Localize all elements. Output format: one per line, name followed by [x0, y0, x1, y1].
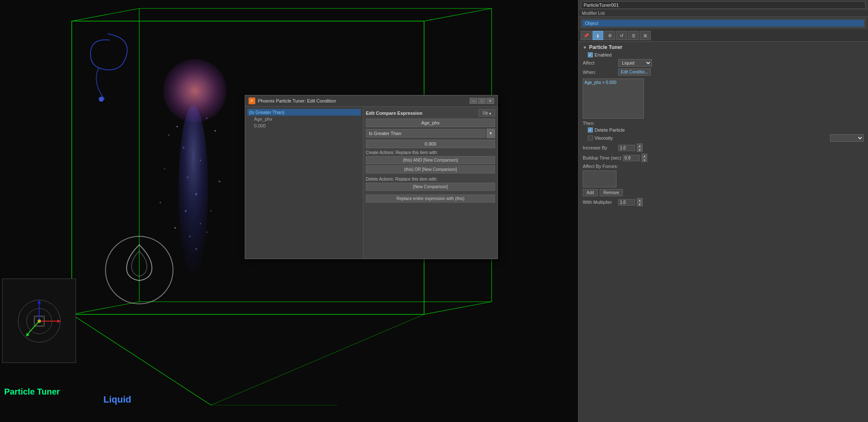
svg-line-2 — [424, 8, 492, 21]
expression-preview[interactable]: Age_phx > 0.000 — [583, 78, 644, 119]
affect-forces-label: Affect By Forces: — [583, 164, 618, 169]
buildup-up[interactable]: ▲ — [641, 154, 647, 158]
replace-btn[interactable]: Replace entire expression with (this) — [366, 195, 495, 203]
display-btn[interactable]: ☰ — [628, 31, 639, 40]
with-multiplier-input[interactable] — [618, 199, 635, 206]
editor-dropdown-row: Is Greater Than ▼ — [366, 129, 495, 138]
modifier-list-label: Modifier List — [579, 10, 868, 17]
when-row: When: Edit Conditio... — [583, 68, 864, 76]
object-item[interactable]: Object — [582, 20, 864, 27]
dialog-titlebar: P Phoenix Particle Tuner: Edit Condition… — [245, 95, 498, 107]
particle-tuner-header: ▼ Particle Tuner — [583, 44, 864, 50]
condition-tree: {Is Greater Than} Age_phx 0.000 — [245, 107, 363, 259]
dialog-minimize-btn[interactable]: — — [470, 98, 477, 104]
affect-label: Affect — [583, 60, 617, 65]
enabled-checkbox[interactable]: ✓ — [588, 52, 593, 57]
enabled-row: ✓ Enabled — [583, 52, 864, 57]
svg-point-27 — [168, 135, 170, 136]
viewport-label-particle-tuner: Particle Tuner — [4, 387, 60, 397]
affect-forces-row: Affect By Forces: — [583, 164, 864, 169]
dialog-restore-btn[interactable]: □ — [478, 98, 486, 104]
affect-row: Affect Liquid — [583, 59, 864, 67]
tree-item-1[interactable]: Age_phx — [247, 116, 361, 122]
comparison-dropdown[interactable]: Is Greater Than — [366, 129, 485, 138]
svg-point-18 — [206, 118, 208, 119]
dialog-controls: — □ ✕ — [470, 98, 494, 104]
comparison-only-btn[interactable]: [New Comparison] — [366, 183, 495, 191]
svg-point-24 — [200, 223, 201, 225]
svg-point-20 — [200, 160, 201, 161]
object-name-field[interactable] — [581, 1, 865, 9]
editor-field1[interactable]: Age_phx — [366, 119, 495, 127]
svg-point-13 — [105, 236, 173, 304]
svg-point-28 — [214, 130, 216, 132]
increase-by-down[interactable]: ▼ — [637, 148, 643, 152]
delete-actions-label: Delete Actions: Replace this item with: — [366, 177, 495, 181]
when-label: When: — [583, 70, 617, 75]
or-btn[interactable]: (this) OR [New Comparison] — [366, 165, 495, 173]
with-multiplier-label: With Multiplier — [583, 200, 617, 205]
when-button[interactable]: Edit Conditio... — [618, 68, 651, 76]
svg-point-29 — [164, 168, 165, 170]
modify-btn[interactable]: ▮ — [592, 31, 603, 40]
buildup-time-label: Buildup Time (sec) — [583, 155, 621, 160]
tree-item-0[interactable]: {Is Greater Than} — [247, 109, 361, 116]
up-btn[interactable]: Up ▴ — [479, 109, 495, 116]
dialog-close-btn[interactable]: ✕ — [487, 98, 494, 104]
svg-line-1 — [72, 8, 139, 21]
delete-particle-row: ✓ Delete Particle — [583, 127, 864, 133]
collapse-arrow: ▼ — [583, 45, 587, 50]
motion-btn[interactable]: ↺ — [616, 31, 627, 40]
pin-btn[interactable]: 📌 — [581, 31, 592, 40]
viscosity-dropdown[interactable] — [830, 134, 864, 142]
remove-btn[interactable]: Remove — [600, 189, 623, 196]
modifier-toolbar: 📌 ▮ ⚙ ↺ ☰ ⊞ — [579, 30, 868, 42]
editor-header: Edit Compare Expression Up ▴ — [366, 109, 495, 116]
hierarchy-btn[interactable]: ⚙ — [604, 31, 615, 40]
dialog-title-text: Phoenix Particle Tuner: Edit Condition — [258, 98, 336, 103]
viscosity-row: Viscosity — [583, 134, 864, 142]
svg-point-26 — [195, 248, 197, 250]
dialog-icon: P — [249, 97, 255, 104]
particle-tuner-title: Particle Tuner — [589, 44, 622, 50]
buildup-time-input[interactable] — [623, 155, 640, 161]
expression-preview-container: Age_phx > 0.000 — [583, 77, 864, 121]
delete-particle-checkbox[interactable]: ✓ — [588, 127, 593, 133]
svg-point-33 — [174, 227, 176, 229]
buildup-down[interactable]: ▼ — [641, 158, 647, 162]
svg-line-9 — [72, 314, 211, 405]
utility-btn[interactable]: ⊞ — [640, 31, 651, 40]
svg-line-10 — [211, 314, 424, 405]
multiplier-down[interactable]: ▼ — [637, 202, 643, 206]
editor-title: Edit Compare Expression — [366, 111, 422, 116]
editor-field2[interactable]: 0.000 — [366, 140, 495, 148]
object-list: Object — [581, 19, 865, 28]
dropdown-arrow-btn[interactable]: ▼ — [487, 129, 495, 138]
svg-point-14 — [175, 74, 217, 120]
svg-line-3 — [424, 302, 492, 314]
and-btn[interactable]: (this) AND [New Comparison] — [366, 156, 495, 164]
increase-by-up[interactable]: ▲ — [637, 143, 643, 148]
viscosity-checkbox[interactable] — [588, 135, 593, 141]
svg-point-34 — [206, 232, 208, 233]
svg-point-25 — [189, 235, 191, 237]
particle-tuner-section: ▼ Particle Tuner ✓ Enabled Affect Liquid… — [579, 42, 868, 211]
svg-point-31 — [160, 202, 161, 203]
svg-line-4 — [72, 302, 139, 314]
viewport-label-liquid: Liquid — [103, 394, 131, 405]
tree-item-2[interactable]: 0.000 — [247, 122, 361, 129]
multiplier-up[interactable]: ▲ — [637, 198, 643, 202]
svg-point-12 — [99, 97, 104, 102]
svg-point-45 — [38, 319, 41, 323]
add-btn[interactable]: Add — [583, 189, 598, 196]
affect-dropdown[interactable]: Liquid — [618, 59, 652, 67]
svg-point-17 — [176, 126, 178, 127]
enabled-label: Enabled — [595, 52, 611, 57]
increase-by-input[interactable] — [618, 145, 635, 151]
with-multiplier-row: With Multiplier ▲ ▼ — [583, 198, 864, 206]
dialog-body: {Is Greater Than} Age_phx 0.000 Edit Com… — [245, 107, 498, 259]
create-actions-label: Create Actions: Replace this item with: — [366, 150, 495, 155]
forces-list-box[interactable] — [583, 170, 617, 187]
svg-point-19 — [183, 147, 184, 149]
edit-condition-dialog: P Phoenix Particle Tuner: Edit Condition… — [245, 95, 498, 259]
